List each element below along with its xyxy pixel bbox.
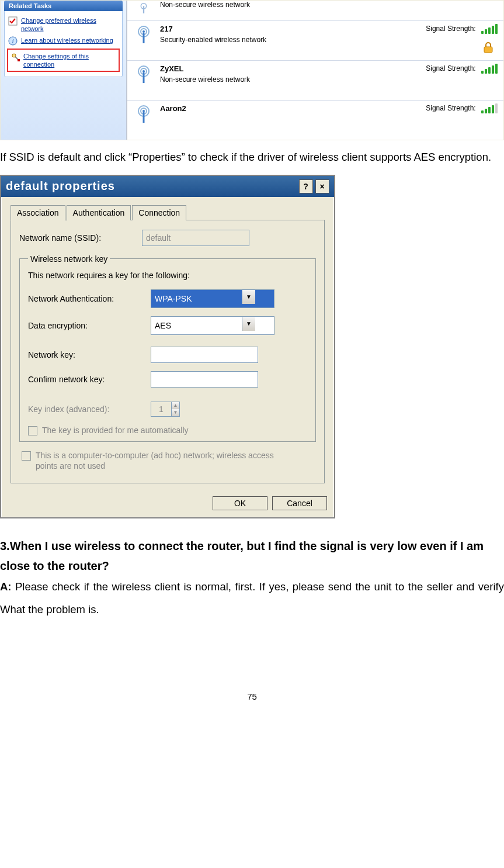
adhoc-checkbox	[22, 451, 31, 461]
dialog-title: default properties	[6, 179, 115, 193]
chevron-up-icon: ▲	[171, 402, 179, 409]
lock-icon	[482, 41, 495, 54]
auto-key-checkbox-row: The key is provided for me automatically	[28, 425, 307, 435]
paragraph-1: If SSID is default and click “Properties…	[0, 140, 504, 175]
key-index-label: Key index (advanced):	[28, 404, 145, 414]
dialog-button-bar: OK Cancel	[1, 490, 334, 517]
network-key-input[interactable]	[151, 347, 258, 363]
auto-key-label: The key is provided for me automatically	[42, 425, 189, 435]
enc-select-value[interactable]	[151, 316, 274, 335]
dialog-titlebar: default properties ? ×	[1, 176, 334, 197]
svg-rect-9	[484, 47, 492, 53]
adhoc-label: This is a computer-to-computer (ad hoc) …	[36, 450, 287, 471]
enc-label: Data encryption:	[28, 321, 145, 330]
close-button[interactable]: ×	[315, 179, 329, 193]
cancel-button[interactable]: Cancel	[272, 496, 327, 510]
dialog-body: Association Authentication Connection Ne…	[1, 197, 334, 490]
signal-strength-label: Signal Strength:	[426, 104, 475, 112]
wireless-key-group: Wireless network key This network requir…	[19, 254, 316, 442]
tab-authentication[interactable]: Authentication	[67, 205, 131, 220]
svg-point-8	[142, 30, 145, 33]
key-index-value	[151, 402, 171, 416]
sidebar-item-change-preferred[interactable]: Change preferred wireless network	[5, 15, 122, 34]
signal-bars-icon	[481, 64, 498, 74]
network-name: 217	[160, 25, 404, 33]
wireless-antenna-icon	[133, 64, 154, 85]
signal-bars-icon	[481, 25, 498, 34]
network-name: Aaron2	[160, 104, 404, 113]
auth-label: Network Authentication:	[28, 294, 145, 303]
tab-connection[interactable]: Connection	[132, 205, 186, 220]
sidebar-link-text[interactable]: Change settings of this connection	[23, 52, 116, 68]
signal-strength-label: Signal Strength:	[426, 64, 475, 72]
related-tasks-group: Related Tasks Change preferred wireless …	[4, 1, 123, 77]
confirm-key-label: Confirm network key:	[28, 375, 145, 384]
checklist-icon	[8, 16, 18, 26]
properties-dialog: default properties ? × Association Authe…	[0, 175, 335, 518]
network-name: ZyXEL	[160, 64, 404, 73]
auto-key-checkbox	[28, 426, 37, 435]
answer-prefix: A:	[0, 580, 15, 593]
tab-pane-association: Network name (SSID): Wireless network ke…	[11, 220, 325, 483]
network-item[interactable]: Aaron2 Signal Strength:	[127, 101, 503, 140]
network-list: Non-secure wireless network 217 Security…	[126, 1, 503, 140]
auth-select-value[interactable]	[151, 289, 274, 308]
question-3-answer: A: Please check if the wireless client i…	[0, 576, 504, 621]
network-item[interactable]: ZyXEL Non-secure wireless network Signal…	[127, 61, 503, 101]
wireless-networks-window: Related Tasks Change preferred wireless …	[0, 0, 504, 140]
confirm-key-input[interactable]	[151, 371, 258, 388]
network-desc: Non-secure wireless network	[160, 75, 404, 84]
wireless-key-legend: Wireless network key	[28, 254, 110, 264]
adhoc-checkbox-row: This is a computer-to-computer (ad hoc) …	[19, 450, 316, 475]
question-3-heading: 3.When I use wireless to connect the rou…	[0, 536, 504, 576]
sidebar-item-change-settings[interactable]: Change settings of this connection	[7, 49, 120, 72]
network-desc: Security-enabled wireless network	[160, 36, 404, 44]
signal-strength-label: Signal Strength:	[426, 25, 475, 33]
enc-select[interactable]: ▼	[151, 316, 256, 335]
network-item[interactable]: 217 Security-enabled wireless network Si…	[127, 21, 503, 61]
ssid-label: Network name (SSID):	[19, 233, 136, 243]
wireless-key-note: This network requires a key for the foll…	[28, 271, 307, 280]
help-button[interactable]: ?	[299, 179, 313, 193]
signal-bars-icon	[481, 104, 498, 113]
svg-point-15	[142, 110, 145, 112]
sidebar-link-text[interactable]: Learn about wireless networking	[21, 36, 113, 44]
ssid-input	[142, 230, 249, 246]
svg-text:i: i	[12, 37, 13, 44]
wireless-antenna-icon	[133, 1, 154, 17]
network-key-label: Network key:	[28, 350, 145, 359]
chevron-down-icon: ▼	[171, 409, 179, 416]
wireless-antenna-icon	[133, 104, 154, 125]
ok-button[interactable]: OK	[213, 496, 267, 510]
related-tasks-sidebar: Related Tasks Change preferred wireless …	[1, 1, 126, 140]
page-number: 75	[0, 691, 504, 701]
answer-text: Please check if the wireless client is n…	[0, 580, 504, 615]
network-item[interactable]: Non-secure wireless network	[127, 1, 503, 21]
sidebar-link-text[interactable]: Change preferred wireless network	[21, 16, 119, 33]
info-icon: i	[8, 36, 18, 46]
network-desc: Non-secure wireless network	[160, 1, 498, 9]
auth-select[interactable]: ▼	[151, 289, 256, 308]
tab-association[interactable]: Association	[11, 205, 65, 220]
sidebar-item-learn[interactable]: i Learn about wireless networking	[5, 34, 122, 47]
related-tasks-title: Related Tasks	[4, 1, 123, 11]
key-index-stepper: ▲▼	[151, 402, 180, 417]
svg-rect-4	[18, 59, 20, 61]
tab-strip: Association Authentication Connection	[11, 205, 325, 220]
svg-point-12	[142, 70, 145, 72]
wireless-antenna-icon	[133, 25, 154, 46]
network-settings-icon	[11, 52, 20, 61]
